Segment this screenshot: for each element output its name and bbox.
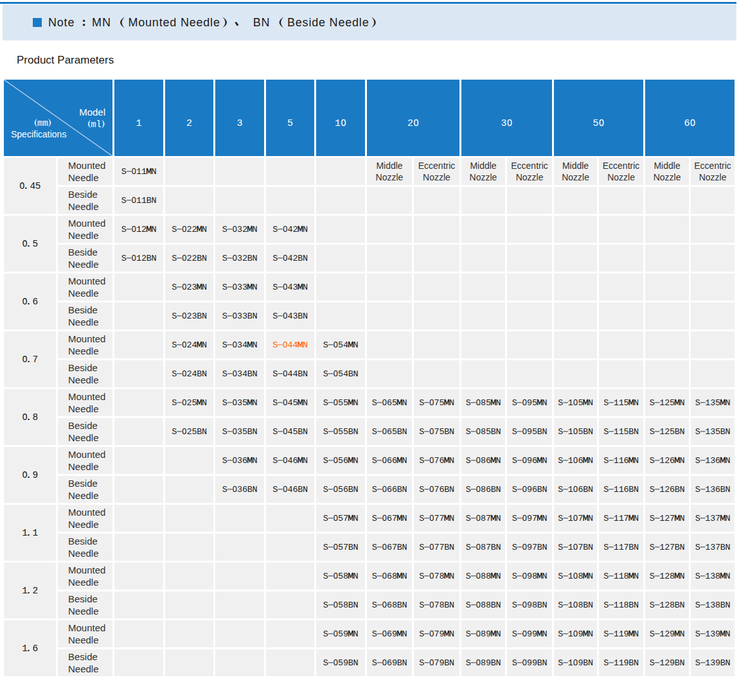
model-cell: S-033BN — [215, 302, 264, 329]
model-cell — [367, 302, 412, 329]
model-cell: S-126MN — [645, 447, 689, 474]
model-cell — [114, 360, 163, 387]
model-cell: S-012BN — [114, 245, 163, 272]
model-cell: S-078BN — [414, 591, 459, 618]
column-header-30: 30 — [461, 80, 552, 156]
model-cell: S-059BN — [316, 649, 365, 676]
model-cell — [507, 216, 552, 243]
model-cell — [645, 187, 689, 214]
model-cell: S-036MN — [215, 447, 264, 474]
model-cell — [599, 360, 643, 387]
model-cell — [215, 187, 264, 214]
model-cell — [215, 620, 264, 647]
model-cell: S-036BN — [215, 476, 264, 503]
model-cell: S-139BN — [691, 649, 735, 676]
model-cell: S-128BN — [645, 591, 689, 618]
model-cell — [114, 447, 163, 474]
subheader-middle-nozzle-50: Middle Nozzle — [554, 158, 597, 185]
model-cell: S-079BN — [414, 649, 459, 676]
model-cell: S-098BN — [507, 591, 552, 618]
model-cell: S-055BN — [316, 418, 365, 445]
model-cell — [554, 360, 597, 387]
row-1.6-beside: Beside NeedleS-059BNS-069BNS-079BNS-089B… — [4, 649, 735, 676]
model-cell: S-056MN — [316, 447, 365, 474]
model-cell: S-065BN — [367, 418, 412, 445]
model-cell: S-125MN — [645, 389, 689, 416]
model-cell — [114, 563, 163, 590]
model-cell: S-107BN — [554, 534, 597, 561]
model-cell — [316, 245, 365, 272]
model-cell: S-115BN — [599, 418, 643, 445]
column-header-20: 20 — [367, 80, 459, 156]
row-label-mounted: Mounted Needle — [58, 563, 112, 590]
model-cell — [367, 360, 412, 387]
model-cell — [461, 216, 505, 243]
corner-model-text: Model — [79, 106, 105, 118]
model-cell: S-117MN — [599, 505, 643, 532]
model-cell — [367, 331, 412, 358]
model-cell — [215, 591, 264, 618]
model-cell: S-033MN — [215, 274, 264, 301]
model-cell: S-089MN — [461, 620, 505, 647]
model-cell — [507, 245, 552, 272]
row-label-mounted: Mounted Needle — [58, 447, 112, 474]
model-cell: S-119MN — [599, 620, 643, 647]
model-cell: S-022BN — [165, 245, 213, 272]
model-cell — [554, 187, 597, 214]
model-cell — [554, 274, 597, 301]
model-cell — [114, 331, 163, 358]
model-cell: S-025BN — [165, 418, 213, 445]
model-cell — [114, 476, 163, 503]
model-cell — [554, 245, 597, 272]
model-cell — [599, 216, 643, 243]
model-cell — [691, 245, 735, 272]
model-cell: S-024MN — [165, 331, 213, 358]
model-cell: S-098MN — [507, 563, 552, 590]
model-cell — [461, 302, 505, 329]
model-cell: S-075BN — [414, 418, 459, 445]
model-cell — [599, 187, 643, 214]
note-banner: Note：MN（Mounted Needle）、BN（Beside Needle… — [3, 4, 736, 40]
model-cell: S-099MN — [507, 620, 552, 647]
model-cell: S-095MN — [507, 389, 552, 416]
model-cell: S-035MN — [215, 389, 264, 416]
model-cell — [507, 331, 552, 358]
model-cell — [316, 216, 365, 243]
row-1.2-mounted: 1.2Mounted NeedleS-058MNS-068MNS-078MNS-… — [4, 563, 735, 590]
page-title: Product Parameters — [17, 54, 739, 67]
model-cell: S-043BN — [266, 302, 314, 329]
note-bullet-icon — [33, 18, 42, 27]
model-cell: S-069MN — [367, 620, 412, 647]
model-cell: S-117BN — [599, 534, 643, 561]
product-parameters-table: Model （ml） （mm） Specifications 123510203… — [2, 78, 736, 678]
model-cell — [316, 274, 365, 301]
model-cell: S-057BN — [316, 534, 365, 561]
row-0.7-beside: Beside NeedleS-024BNS-034BNS-044BNS-054B… — [4, 360, 735, 387]
model-cell — [461, 331, 505, 358]
model-cell: S-105MN — [554, 389, 597, 416]
model-cell: S-137MN — [691, 505, 735, 532]
note-text: Note：MN（Mounted Needle）、BN（Beside Needle… — [48, 16, 380, 30]
model-cell — [215, 649, 264, 676]
model-cell: S-023BN — [165, 302, 213, 329]
model-cell — [691, 274, 735, 301]
model-cell: S-137BN — [691, 534, 735, 561]
model-cell — [165, 591, 213, 618]
spec-cell-0.6: 0.6 — [4, 274, 56, 329]
model-cell — [645, 331, 689, 358]
model-cell: S-106MN — [554, 447, 597, 474]
model-cell — [645, 245, 689, 272]
row-label-mounted: Mounted Needle — [58, 505, 112, 532]
model-cell — [599, 302, 643, 329]
model-cell — [691, 331, 735, 358]
corner-spec-text: Specifications — [11, 128, 66, 140]
subheader-eccentric-nozzle-30: Eccentric Nozzle — [507, 158, 552, 185]
row-1.2-beside: Beside NeedleS-058BNS-068BNS-078BNS-088B… — [4, 591, 735, 618]
column-header-3: 3 — [215, 80, 264, 156]
row-label-beside: Beside Needle — [58, 302, 112, 329]
model-cell — [645, 274, 689, 301]
model-cell — [114, 649, 163, 676]
model-cell: S-079MN — [414, 620, 459, 647]
model-cell — [414, 331, 459, 358]
corner-model-label: Model （ml） — [79, 106, 105, 130]
